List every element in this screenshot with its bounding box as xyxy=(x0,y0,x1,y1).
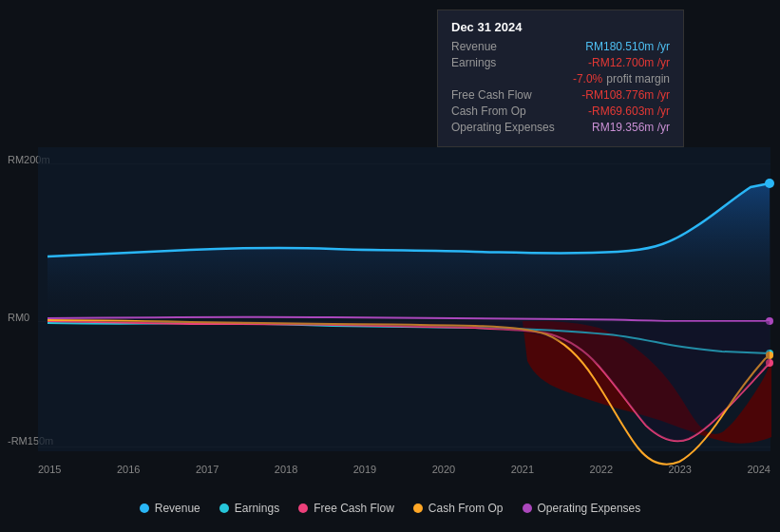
chart-container: Dec 31 2024 Revenue RM180.510m /yr Earni… xyxy=(0,0,780,532)
legend-earnings[interactable]: Earnings xyxy=(219,502,279,515)
tooltip-profit-margin: -7.0% profit margin xyxy=(451,72,670,86)
x-axis: 2015 2016 2017 2018 2019 2020 2021 2022 … xyxy=(38,464,770,475)
x-label-2019: 2019 xyxy=(353,464,376,475)
legend-label-fcf: Free Cash Flow xyxy=(314,502,394,515)
legend-revenue[interactable]: Revenue xyxy=(140,502,200,515)
x-label-2022: 2022 xyxy=(590,464,613,475)
legend-label-earnings: Earnings xyxy=(235,502,279,515)
legend-fcf[interactable]: Free Cash Flow xyxy=(298,502,394,515)
legend-cashfromop[interactable]: Cash From Op xyxy=(413,502,504,515)
legend-label-opex: Operating Expenses xyxy=(538,502,641,515)
x-label-2020: 2020 xyxy=(432,464,455,475)
x-label-2018: 2018 xyxy=(275,464,297,475)
x-label-2017: 2017 xyxy=(196,464,219,475)
x-label-2016: 2016 xyxy=(117,464,140,475)
x-label-2024: 2024 xyxy=(747,464,770,475)
tooltip-card: Dec 31 2024 Revenue RM180.510m /yr Earni… xyxy=(437,10,684,147)
legend-dot-cashfromop xyxy=(413,504,423,513)
tooltip-cashfromop: Cash From Op -RM69.603m /yr xyxy=(451,104,670,118)
tooltip-revenue: Revenue RM180.510m /yr xyxy=(451,40,670,53)
legend-dot-opex xyxy=(523,504,532,513)
x-label-2021: 2021 xyxy=(511,464,534,475)
legend-label-revenue: Revenue xyxy=(155,502,200,515)
legend-dot-revenue xyxy=(140,504,149,513)
tooltip-opex: Operating Expenses RM19.356m /yr xyxy=(451,121,670,134)
legend-label-cashfromop: Cash From Op xyxy=(428,502,504,515)
x-label-2023: 2023 xyxy=(669,464,692,475)
legend-opex[interactable]: Operating Expenses xyxy=(523,502,641,515)
legend-dot-earnings xyxy=(219,504,229,513)
tooltip-fcf: Free Cash Flow -RM108.776m /yr xyxy=(451,88,670,102)
legend-dot-fcf xyxy=(298,504,308,513)
legend: Revenue Earnings Free Cash Flow Cash Fro… xyxy=(0,502,780,515)
x-label-2015: 2015 xyxy=(38,464,61,475)
revenue-end-dot xyxy=(765,179,774,188)
tooltip-date: Dec 31 2024 xyxy=(451,20,670,34)
tooltip-earnings: Earnings -RM12.700m /yr xyxy=(451,56,670,69)
